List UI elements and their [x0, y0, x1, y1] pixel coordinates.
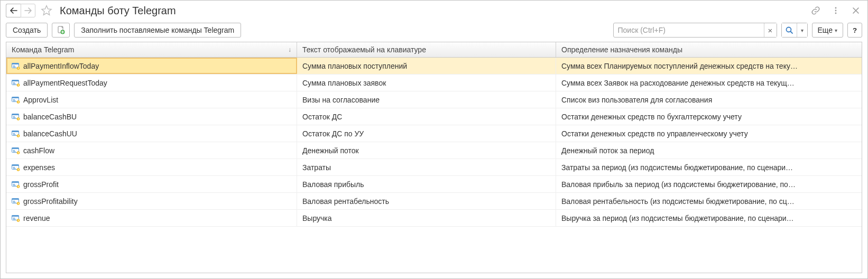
svg-rect-19 — [12, 97, 19, 98]
column-header-command[interactable]: Команда Telegram ↓ — [6, 42, 297, 57]
cell-text: ApprovList — [23, 96, 58, 104]
svg-rect-32 — [13, 133, 15, 134]
table-row[interactable]: cashFlowДенежный потокДенежный поток за … — [6, 142, 862, 159]
column-header-desc[interactable]: Определение назначения команды — [556, 42, 862, 57]
catalog-item-icon — [12, 147, 20, 154]
cell-description: Список виз пользователя для согласования — [556, 91, 862, 108]
cell-text: Остатки денежных средств по бухгалтерско… — [561, 113, 742, 121]
table-row[interactable]: grossProfitВаловая прибыльВаловая прибыл… — [6, 176, 862, 193]
svg-rect-11 — [18, 67, 19, 69]
cell-keyboard-text: Сумма плановых поступлений — [297, 58, 556, 74]
cell-command: revenue — [6, 210, 297, 226]
svg-rect-44 — [13, 167, 15, 168]
favorite-star-icon[interactable] — [40, 4, 53, 17]
cell-command: ApprovList — [6, 91, 297, 108]
table-row[interactable]: ApprovListВизы на согласованиеСписок виз… — [6, 91, 862, 108]
cell-description: Сумма всех Заявок на расходование денежн… — [556, 75, 862, 91]
cell-text: balanceCashBU — [23, 113, 77, 121]
cell-keyboard-text: Денежный поток — [297, 142, 556, 159]
catalog-item-icon — [12, 113, 20, 120]
catalog-item-icon — [12, 181, 20, 188]
cell-command: cashFlow — [6, 142, 297, 159]
svg-rect-35 — [18, 135, 19, 136]
titlebar: Команды боту Telegram — [1, 1, 867, 18]
svg-rect-7 — [12, 63, 19, 64]
svg-rect-59 — [18, 202, 19, 204]
cell-command: expenses — [6, 159, 297, 175]
cell-command: balanceCashBU — [6, 108, 297, 125]
svg-rect-33 — [13, 134, 16, 135]
more-button[interactable]: Еще ▾ — [812, 23, 844, 38]
svg-rect-29 — [18, 118, 19, 119]
page-title: Команды боту Telegram — [60, 5, 176, 17]
close-icon[interactable] — [849, 4, 862, 17]
table-row[interactable]: revenueВыручкаВыручка за период (из подс… — [6, 210, 862, 227]
svg-rect-20 — [13, 99, 15, 100]
help-button[interactable]: ? — [847, 23, 862, 38]
nav-group — [6, 4, 35, 17]
column-label: Текст отображаемый на клавиатуре — [302, 45, 426, 54]
svg-rect-26 — [13, 116, 15, 117]
catalog-item-icon — [12, 130, 20, 137]
cell-description: Остатки денежных средств по бухгалтерско… — [556, 108, 862, 125]
cell-text: Остаток ДС по УУ — [302, 129, 364, 138]
svg-rect-47 — [18, 169, 19, 170]
svg-rect-62 — [13, 218, 15, 218]
cell-text: Выручка — [302, 214, 332, 222]
svg-rect-57 — [13, 202, 16, 202]
cell-text: Визы на согласование — [302, 96, 380, 104]
table-row[interactable]: expensesЗатратыЗатраты за период (из под… — [6, 159, 862, 176]
fill-commands-button[interactable]: Заполнить поставляемые команды Telegram — [74, 23, 241, 38]
catalog-item-icon — [12, 215, 20, 222]
kebab-menu-icon[interactable] — [829, 4, 842, 17]
search-input[interactable] — [614, 24, 764, 36]
cell-text: Остатки денежных средств по управленческ… — [561, 129, 748, 138]
cell-text: Валовая прибыль за период (из подсистемы… — [561, 180, 796, 189]
table-row[interactable]: grossProfitabilityВаловая рентабельность… — [6, 193, 862, 210]
cell-text: Сумма всех Планируемых поступлений денеж… — [561, 62, 798, 70]
cell-text: cashFlow — [23, 146, 54, 155]
nav-forward-button[interactable] — [21, 4, 35, 17]
table-row[interactable]: allPaymentInflowTodayСумма плановых пост… — [6, 58, 862, 75]
cell-description: Затраты за период (из подсистемы бюджети… — [556, 159, 862, 175]
svg-rect-31 — [12, 131, 19, 132]
cell-keyboard-text: Визы на согласование — [297, 91, 556, 108]
catalog-item-icon — [12, 164, 20, 171]
cell-description: Денежный поток за период — [556, 142, 862, 159]
search-clear-button[interactable]: × — [764, 23, 777, 37]
cell-command: grossProfit — [6, 176, 297, 192]
search-dropdown-button[interactable]: ▾ — [797, 23, 807, 37]
column-header-text[interactable]: Текст отображаемый на клавиатуре — [297, 42, 556, 57]
search-field-wrap: × — [613, 23, 777, 38]
svg-rect-61 — [12, 215, 19, 217]
cell-text: Список виз пользователя для согласования — [561, 96, 712, 104]
link-icon[interactable] — [809, 4, 822, 17]
search-button[interactable] — [782, 23, 797, 37]
cell-keyboard-text: Остаток ДС — [297, 108, 556, 125]
cell-text: grossProfitability — [23, 197, 78, 206]
svg-rect-45 — [13, 168, 16, 169]
create-copy-button[interactable] — [52, 23, 70, 38]
table-row[interactable]: balanceCashBUОстаток ДСОстатки денежных … — [6, 108, 862, 125]
table-row[interactable]: balanceCashUUОстаток ДС по УУОстатки ден… — [6, 125, 862, 142]
cell-text: expenses — [23, 163, 55, 172]
svg-rect-37 — [12, 147, 19, 149]
cell-description: Остатки денежных средств по управленческ… — [556, 125, 862, 142]
nav-back-button[interactable] — [6, 4, 21, 17]
create-button[interactable]: Создать — [6, 23, 48, 38]
svg-rect-56 — [13, 201, 15, 201]
cell-command: allPaymentRequestToday — [6, 75, 297, 91]
cell-text: Затраты за период (из подсистемы бюджети… — [561, 163, 793, 172]
cell-command: allPaymentInflowToday — [6, 58, 297, 74]
cell-description: Валовая прибыль за период (из подсистемы… — [556, 176, 862, 192]
cell-text: grossProfit — [23, 180, 59, 189]
svg-rect-41 — [18, 152, 19, 153]
cell-keyboard-text: Остаток ДС по УУ — [297, 125, 556, 142]
search-button-group: ▾ — [781, 23, 808, 38]
cell-keyboard-text: Валовая прибыль — [297, 176, 556, 192]
toolbar: Создать Заполнить поставляемые команды T… — [1, 18, 867, 42]
table-row[interactable]: allPaymentRequestTodayСумма плановых зая… — [6, 75, 862, 91]
cell-description: Выручка за период (из подсистемы бюджети… — [556, 210, 862, 226]
svg-rect-13 — [12, 80, 19, 81]
cell-text: balanceCashUU — [23, 129, 77, 138]
